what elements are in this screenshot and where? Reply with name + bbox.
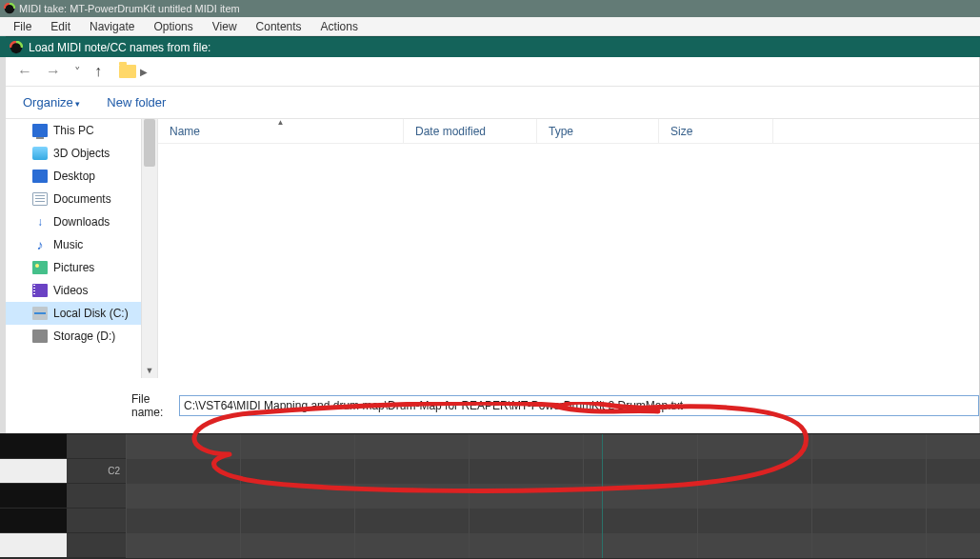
tree-item-label: 3D Objects (53, 147, 110, 160)
tree-item-videos[interactable]: Videos (6, 279, 157, 302)
menu-actions[interactable]: Actions (311, 18, 368, 35)
file-dialog-title: Load MIDI note/CC names from file: (29, 41, 210, 54)
nav-forward-icon[interactable]: → (46, 63, 61, 80)
file-open-dialog: ← → ˅ ↑ ▶ Organize New folder This PC3D … (6, 57, 980, 433)
piano-black-key[interactable] (0, 434, 67, 458)
file-dialog-titlebar: Load MIDI note/CC names from file: (6, 36, 980, 57)
piano-black-key[interactable] (0, 509, 67, 532)
piano-white-key[interactable] (0, 533, 67, 557)
tree-item-label: Music (53, 238, 83, 251)
breadcrumb[interactable]: ▶ (119, 65, 148, 78)
key-label-c2: C2 (67, 459, 126, 483)
menu-contents[interactable]: Contents (247, 18, 311, 35)
tree-item-label: Local Disk (C:) (53, 307, 129, 320)
tree-item-label: Documents (53, 192, 111, 206)
navigation-tree[interactable]: This PC3D ObjectsDesktopDocumentsDownloa… (6, 119, 158, 378)
dialog-nav-row: ← → ˅ ↑ ▶ (6, 57, 979, 86)
column-date[interactable]: Date modified (404, 119, 537, 143)
column-name[interactable]: Name ▲ (158, 119, 404, 143)
tree-item-pictures[interactable]: Pictures (6, 256, 157, 279)
menu-view[interactable]: View (203, 18, 247, 35)
piano-keys-column[interactable]: C2 (0, 434, 126, 558)
file-name-input[interactable] (179, 395, 979, 416)
column-type[interactable]: Type (537, 119, 659, 143)
video-icon (32, 284, 48, 297)
column-size[interactable]: Size (659, 119, 773, 143)
piano-black-key[interactable] (0, 484, 67, 508)
storage-icon (32, 329, 48, 343)
parent-menubar: File Edit Navigate Options View Contents… (0, 17, 980, 36)
tree-item-documents[interactable]: Documents (6, 188, 157, 210)
dialog-toolbar: Organize New folder (6, 87, 979, 119)
piano-white-key[interactable] (0, 459, 67, 483)
tree-item-this-pc[interactable]: This PC (6, 119, 157, 142)
tree-item-storage-d-[interactable]: Storage (D:) (6, 325, 157, 348)
tree-item-label: Pictures (53, 261, 94, 274)
cube-icon (32, 147, 48, 160)
tree-item-label: This PC (53, 124, 94, 137)
tree-item-label: Videos (53, 284, 88, 297)
menu-options[interactable]: Options (144, 18, 202, 35)
tree-item-label: Storage (D:) (53, 329, 115, 343)
tree-item-3d-objects[interactable]: 3D Objects (6, 142, 157, 165)
disk-icon (32, 307, 48, 320)
tree-item-label: Desktop (53, 170, 95, 183)
nav-up-icon[interactable]: ↑ (94, 63, 102, 80)
reaper-logo-icon (4, 3, 15, 14)
folder-icon (119, 65, 136, 78)
tree-item-music[interactable]: Music (6, 233, 157, 256)
midi-grid[interactable] (126, 434, 980, 558)
music-icon (32, 238, 48, 251)
parent-window-title: MIDI take: MT-PowerDrumKit untitled MIDI… (19, 3, 240, 14)
column-headers: Name ▲ Date modified Type Size (158, 119, 979, 144)
sort-ascending-icon: ▲ (277, 118, 285, 127)
dl-icon (32, 215, 48, 229)
nav-back-icon[interactable]: ← (17, 63, 32, 80)
playhead-line (602, 434, 603, 558)
file-name-row: File name: (6, 378, 979, 433)
scroll-down-icon[interactable]: ▼ (142, 363, 157, 378)
tree-item-desktop[interactable]: Desktop (6, 165, 157, 188)
tree-scrollbar[interactable]: ▲ ▼ (141, 119, 157, 378)
pc-icon (32, 124, 48, 137)
menu-navigate[interactable]: Navigate (80, 18, 144, 35)
menu-file[interactable]: File (4, 18, 41, 35)
tree-item-local-disk-c-[interactable]: Local Disk (C:) (6, 302, 157, 325)
reaper-logo-icon (10, 41, 23, 54)
tree-item-label: Downloads (53, 215, 110, 229)
midi-piano-roll: C2 (0, 433, 980, 558)
parent-window-titlebar: MIDI take: MT-PowerDrumKit untitled MIDI… (0, 0, 980, 17)
tree-item-downloads[interactable]: Downloads (6, 210, 157, 233)
scroll-thumb[interactable] (144, 119, 155, 167)
file-name-label: File name: (131, 392, 171, 419)
new-folder-button[interactable]: New folder (107, 95, 166, 110)
organize-button[interactable]: Organize (23, 95, 80, 110)
doc-icon (32, 192, 48, 206)
desk-icon (32, 170, 48, 183)
chevron-right-icon[interactable]: ▶ (140, 67, 148, 77)
nav-recent-icon[interactable]: ˅ (74, 65, 81, 79)
pic-icon (32, 261, 48, 274)
menu-edit[interactable]: Edit (41, 18, 80, 35)
file-list-pane[interactable]: Name ▲ Date modified Type Size (158, 119, 979, 378)
